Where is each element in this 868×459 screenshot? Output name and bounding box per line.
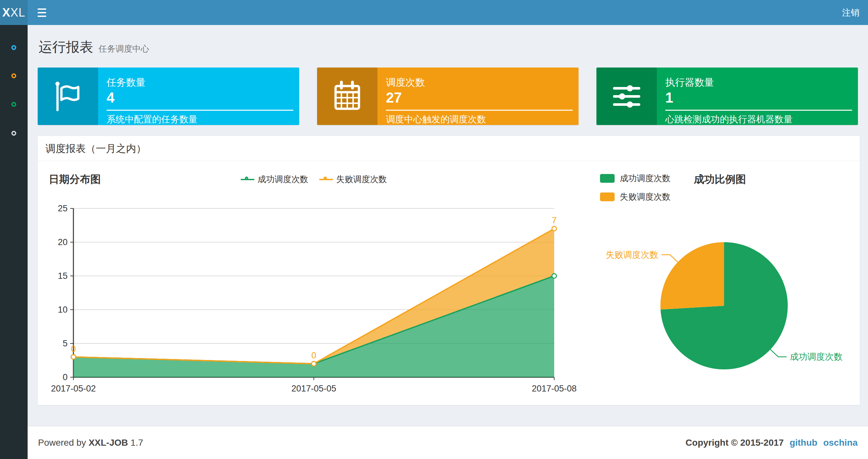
powered-prefix: Powered by <box>38 437 86 448</box>
sidebar-item-logs[interactable] <box>0 98 28 111</box>
copyright-text: Copyright © 2015-2017 <box>685 437 783 448</box>
svg-text:成功调度次数: 成功调度次数 <box>790 352 843 362</box>
github-link[interactable]: github <box>790 437 818 448</box>
progress-bar <box>386 110 573 111</box>
sidebar <box>0 25 28 459</box>
sliders-icon <box>596 67 657 125</box>
info-box-description: 系统中配置的任务数量 <box>106 114 296 125</box>
line-chart-legend: 成功调度次数 失败调度次数 <box>220 174 408 185</box>
line-marker-icon <box>319 179 333 180</box>
svg-text:失败调度次数: 失败调度次数 <box>606 250 658 260</box>
info-box-job-count: 任务数量 4 系统中配置的任务数量 <box>38 67 299 125</box>
info-box-row: 任务数量 4 系统中配置的任务数量 <box>38 67 858 125</box>
svg-text:10: 10 <box>58 305 68 315</box>
svg-text:0: 0 <box>311 351 316 360</box>
info-box-value: 1 <box>665 90 855 106</box>
svg-text:15: 15 <box>58 271 68 281</box>
logo-bold: X <box>2 6 10 20</box>
legend-label: 失败调度次数 <box>336 174 387 185</box>
sidebar-item-report[interactable] <box>0 41 28 54</box>
svg-text:5: 5 <box>63 338 68 348</box>
powered-by: Powered by XXL-JOB 1.7 <box>38 437 143 448</box>
logout-link[interactable]: 注销 <box>842 0 860 25</box>
info-box-content: 调度次数 27 调度中心触发的调度次数 <box>377 67 579 125</box>
info-box-executor-count: 执行器数量 1 心跳检测成功的执行器机器数量 <box>596 67 858 125</box>
circle-outline-icon <box>11 73 16 78</box>
svg-text:0: 0 <box>63 372 68 382</box>
app-logo[interactable]: XXL <box>0 0 28 25</box>
oschina-link[interactable]: oschina <box>823 437 858 448</box>
success-ratio-pie-chart: 成功调度次数失败调度次数 <box>590 194 860 405</box>
panel-title: 调度报表（一月之内） <box>38 136 860 161</box>
circle-outline-icon <box>11 131 16 136</box>
svg-text:2017-05-08: 2017-05-08 <box>532 384 577 393</box>
sidebar-item-jobs[interactable] <box>0 69 28 82</box>
product-version: 1.7 <box>131 437 143 448</box>
info-box-description: 调度中心触发的调度次数 <box>386 114 575 125</box>
progress-bar <box>106 110 293 111</box>
report-panel: 调度报表（一月之内） 日期分布图 成功调度次数 失败调度次数 成功调度次数 <box>38 136 860 405</box>
flag-icon <box>38 67 98 125</box>
info-box-trigger-count: 调度次数 27 调度中心触发的调度次数 <box>317 67 579 125</box>
info-box-value: 4 <box>106 90 296 106</box>
svg-text:20: 20 <box>58 237 68 247</box>
content-area: 运行报表 任务调度中心 任务数量 4 系统中配置的任务数量 <box>28 25 868 426</box>
calendar-icon <box>317 67 377 125</box>
sidebar-item-executor[interactable] <box>0 127 28 139</box>
info-box-content: 执行器数量 1 心跳检测成功的执行器机器数量 <box>657 67 858 125</box>
page-subtitle: 任务调度中心 <box>98 44 149 54</box>
logo-rest: XL <box>10 6 25 20</box>
info-box-description: 心跳检测成功的执行器机器数量 <box>665 114 855 125</box>
info-box-label: 任务数量 <box>106 76 296 88</box>
date-distribution-area-chart: 05101520252017-05-022017-05-052017-05-08… <box>38 194 590 405</box>
swatch-icon <box>600 174 615 183</box>
legend-item-fail[interactable]: 失败调度次数 <box>319 174 387 185</box>
progress-bar <box>665 110 852 111</box>
line-chart-title: 日期分布图 <box>49 172 101 187</box>
info-box-value: 27 <box>386 90 575 106</box>
info-box-label: 调度次数 <box>386 76 575 88</box>
svg-text:7: 7 <box>552 216 556 225</box>
xxl-job-dashboard: XXL 注销 运行报表 任务调度中心 任务数 <box>0 0 868 459</box>
legend-item-success[interactable]: 成功调度次数 <box>600 173 671 184</box>
info-box-content: 任务数量 4 系统中配置的任务数量 <box>98 67 299 125</box>
navbar: XXL 注销 <box>0 0 868 25</box>
sidebar-toggle-hamburger-icon[interactable] <box>38 8 47 17</box>
svg-text:0: 0 <box>71 344 76 354</box>
footer-right: Copyright © 2015-2017 github oschina <box>685 437 858 448</box>
svg-text:2017-05-02: 2017-05-02 <box>51 384 96 393</box>
svg-text:2017-05-05: 2017-05-05 <box>291 384 336 393</box>
product-name: XXL-JOB <box>89 437 128 448</box>
line-marker-icon <box>241 179 254 180</box>
circle-outline-icon <box>11 102 16 107</box>
legend-label: 成功调度次数 <box>258 174 308 185</box>
page-header: 运行报表 任务调度中心 <box>39 38 149 56</box>
page-title: 运行报表 <box>39 39 93 55</box>
pie-chart-title: 成功比例图 <box>694 172 746 187</box>
circle-outline-icon <box>11 45 16 50</box>
legend-label: 成功调度次数 <box>620 173 671 184</box>
legend-item-success[interactable]: 成功调度次数 <box>241 174 308 185</box>
info-box-label: 执行器数量 <box>665 76 855 88</box>
svg-text:25: 25 <box>58 203 68 213</box>
footer: Powered by XXL-JOB 1.7 Copyright © 2015-… <box>28 426 868 459</box>
